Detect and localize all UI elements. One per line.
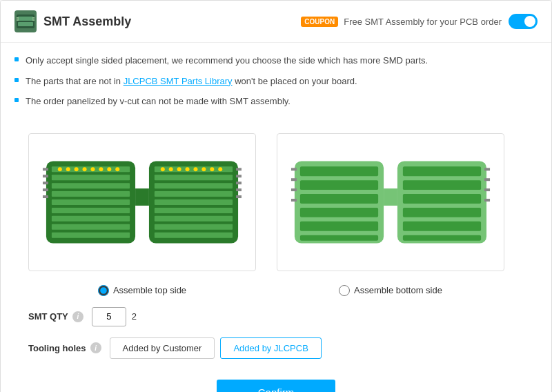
smt-qty-count: 2: [132, 311, 137, 322]
svg-point-25: [99, 167, 103, 171]
info-text-3: The order panelized by v-cut can not be …: [26, 95, 290, 108]
svg-point-21: [66, 167, 70, 171]
svg-rect-48: [43, 188, 48, 191]
svg-rect-10: [135, 188, 149, 206]
svg-rect-19: [52, 232, 130, 237]
svg-rect-65: [403, 180, 481, 190]
info-text-2: The parts that are not in JLCPCB SMT Par…: [26, 75, 357, 88]
svg-rect-70: [291, 168, 297, 170]
assemble-bottom-label: Assemble bottom side: [354, 285, 442, 295]
main-container: SMT Assembly coupon Free SMT Assembly fo…: [0, 0, 552, 392]
page-title: SMT Assembly: [43, 14, 301, 29]
pcb-bottom-image: [288, 147, 493, 257]
smt-qty-row: SMT QTY i 2: [1, 307, 551, 326]
svg-rect-30: [155, 183, 233, 188]
svg-rect-68: [403, 221, 481, 231]
svg-rect-36: [155, 232, 233, 237]
assemble-top-radio[interactable]: [98, 285, 109, 296]
pcb-bottom-card: [277, 133, 504, 271]
svg-rect-3: [18, 22, 33, 26]
svg-rect-72: [291, 188, 297, 191]
svg-rect-69: [403, 235, 481, 240]
svg-point-23: [83, 167, 87, 171]
svg-rect-52: [236, 182, 241, 184]
svg-rect-64: [403, 166, 481, 176]
svg-rect-32: [155, 199, 233, 205]
svg-rect-51: [236, 175, 241, 177]
svg-point-24: [91, 167, 95, 171]
info-item-3: The order panelized by v-cut can not be …: [14, 95, 538, 108]
svg-rect-58: [300, 166, 378, 176]
info-text-1: Only accept single sided placement, we r…: [26, 54, 428, 68]
svg-rect-59: [300, 180, 378, 190]
info-item-1: Only accept single sided placement, we r…: [14, 54, 538, 68]
confirm-button[interactable]: Confirm: [217, 380, 336, 393]
svg-rect-35: [155, 224, 233, 229]
svg-rect-66: [403, 194, 481, 204]
svg-rect-47: [43, 182, 48, 184]
svg-point-44: [218, 167, 222, 171]
svg-rect-77: [484, 199, 490, 202]
coupon-badge: coupon: [301, 17, 338, 27]
svg-rect-5: [17, 19, 19, 21]
svg-rect-7: [32, 19, 34, 21]
smt-qty-label: SMT QTY: [28, 311, 68, 322]
assemble-bottom-option[interactable]: Assemble bottom side: [339, 285, 442, 296]
info-item-2: The parts that are not in JLCPCB SMT Par…: [14, 75, 538, 88]
tooling-holes-row: Tooling holes i Added by Customer Added …: [1, 337, 551, 359]
tooling-jlcpcb-button[interactable]: Added by JLCPCB: [220, 337, 321, 359]
svg-rect-74: [484, 168, 490, 170]
svg-point-26: [107, 167, 111, 171]
smt-qty-input[interactable]: [92, 307, 126, 326]
pcb-top-card: [28, 133, 256, 271]
svg-rect-67: [403, 207, 481, 217]
svg-rect-73: [291, 199, 297, 202]
svg-rect-46: [43, 175, 48, 177]
free-text: Free SMT Assembly for your PCB order: [344, 17, 502, 27]
svg-rect-16: [52, 207, 130, 213]
tooling-holes-info-icon[interactable]: i: [90, 342, 101, 353]
toggle-switch[interactable]: [509, 14, 538, 29]
svg-rect-29: [155, 175, 233, 180]
svg-point-41: [194, 167, 198, 171]
svg-rect-53: [236, 188, 241, 191]
tooling-customer-button[interactable]: Added by Customer: [110, 337, 215, 359]
assemble-top-option[interactable]: Assemble top side: [98, 285, 186, 296]
svg-point-22: [75, 167, 79, 171]
svg-point-37: [161, 167, 165, 171]
smt-qty-info-icon[interactable]: i: [72, 311, 83, 322]
svg-rect-75: [484, 178, 490, 181]
assemble-bottom-radio[interactable]: [339, 285, 350, 296]
svg-point-39: [177, 167, 181, 171]
header: SMT Assembly coupon Free SMT Assembly fo…: [1, 1, 551, 43]
svg-rect-18: [52, 224, 130, 229]
svg-rect-62: [300, 221, 378, 231]
pcb-top-image: [39, 147, 245, 257]
bullet-1: [14, 57, 19, 61]
svg-rect-60: [300, 194, 378, 204]
svg-rect-76: [484, 188, 490, 191]
svg-rect-6: [32, 17, 34, 19]
svg-rect-63: [300, 235, 378, 240]
svg-point-27: [115, 167, 119, 171]
svg-point-42: [201, 167, 206, 171]
svg-rect-17: [52, 215, 130, 221]
svg-point-40: [186, 167, 190, 171]
tooling-holes-label: Tooling holes: [28, 343, 86, 353]
svg-rect-14: [52, 191, 130, 197]
svg-rect-57: [384, 188, 397, 206]
svg-point-43: [210, 167, 214, 171]
svg-point-38: [169, 167, 173, 171]
bullet-3: [14, 98, 19, 102]
info-section: Only accept single sided placement, we r…: [1, 43, 551, 126]
svg-rect-2: [18, 17, 33, 21]
assemble-options-row: Assemble top side Assemble bottom side: [1, 285, 551, 296]
svg-rect-71: [291, 178, 297, 181]
bullet-2: [14, 78, 19, 82]
smt-icon: [14, 10, 37, 32]
svg-rect-31: [155, 191, 233, 197]
svg-rect-12: [52, 175, 130, 180]
svg-rect-49: [43, 195, 48, 198]
svg-rect-4: [17, 17, 19, 19]
parts-library-link[interactable]: JLCPCB SMT Parts Library: [124, 76, 233, 86]
